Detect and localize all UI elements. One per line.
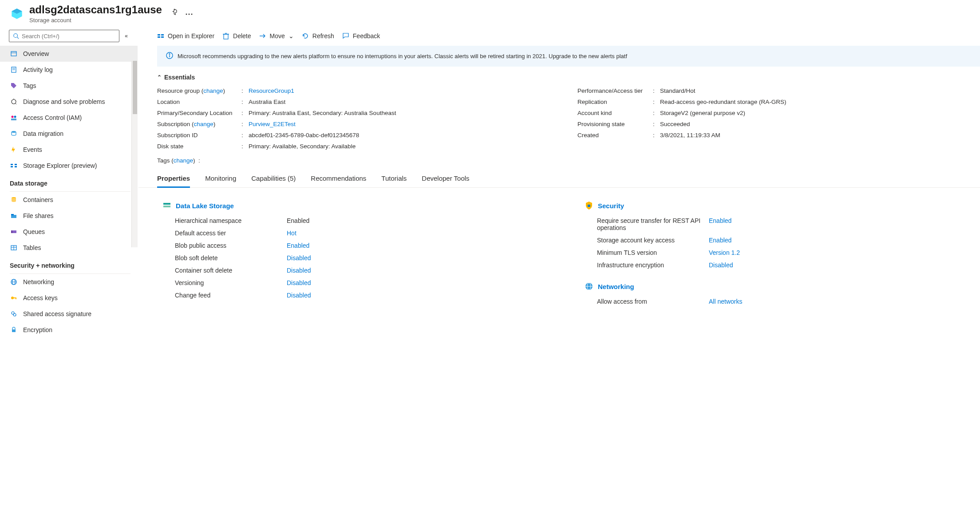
page-header: adlsg2datascans1rg1ause Storage account … (0, 0, 980, 28)
tags-change-link[interactable]: change (174, 157, 193, 164)
svg-point-35 (13, 313, 16, 316)
essentials-row: Primary/Secondary Location:Primary: Aust… (157, 107, 560, 119)
svg-rect-16 (11, 164, 13, 165)
more-icon[interactable]: ⋯ (185, 9, 193, 19)
sidebar-scrollbar[interactable] (131, 61, 138, 247)
sidebar-item-label: Overview (23, 50, 49, 57)
essentials-row: Performance/Access tier:Standard/Hot (577, 85, 980, 96)
collapse-sidebar-button[interactable]: « (123, 33, 130, 39)
property-value-link[interactable]: Disabled (287, 279, 311, 286)
property-row: Minimum TLS versionVersion 1.2 (585, 246, 980, 259)
tab-tutorials[interactable]: Tutorials (381, 171, 407, 187)
sidebar-item-label: Storage Explorer (preview) (23, 162, 97, 169)
property-section-title: Security (585, 198, 980, 214)
sidebar-item-diagnose[interactable]: Diagnose and solve problems (0, 94, 138, 110)
explorer-icon (157, 32, 164, 40)
essentials-row: Subscription (change):Purview_E2ETest (157, 119, 560, 130)
sidebar-item-explorer[interactable]: Storage Explorer (preview) (0, 158, 138, 174)
svg-rect-48 (163, 203, 170, 205)
tab-properties[interactable]: Properties (157, 171, 190, 188)
svg-rect-49 (163, 206, 170, 207)
property-row: Hierarchical namespaceEnabled (162, 214, 558, 227)
sidebar-item-label: Queues (23, 228, 45, 235)
fileshares-icon (10, 212, 18, 220)
sidebar-item-iam[interactable]: Access Control (IAM) (0, 110, 138, 126)
essentials-label: Resource group (change) (157, 87, 241, 94)
svg-rect-4 (11, 52, 16, 56)
property-row: Storage account key accessEnabled (585, 234, 980, 246)
svg-rect-33 (16, 297, 16, 299)
feedback-button[interactable]: Feedback (342, 32, 380, 40)
networking-icon (10, 278, 18, 286)
sidebar: « OverviewActivity logTagsDiagnose and s… (0, 28, 138, 531)
move-button[interactable]: Move ⌄ (259, 32, 294, 40)
tabs: PropertiesMonitoringCapabilities (5)Reco… (138, 168, 980, 188)
tab-monitoring[interactable]: Monitoring (205, 171, 236, 187)
sidebar-item-overview[interactable]: Overview (0, 46, 138, 62)
property-value-link[interactable]: Enabled (709, 237, 731, 244)
property-value-link[interactable]: All networks (709, 298, 742, 305)
property-label: Infrastructure encryption (585, 262, 709, 269)
refresh-button[interactable]: Refresh (302, 32, 334, 40)
property-value-link[interactable]: Enabled (709, 217, 731, 224)
sidebar-item-accesskeys[interactable]: Access keys (0, 290, 138, 306)
sidebar-item-label: Networking (23, 278, 54, 285)
tab-recommendations[interactable]: Recommendations (311, 171, 366, 187)
tab-capabilities-[interactable]: Capabilities (5) (251, 171, 296, 187)
sidebar-item-events[interactable]: Events (0, 142, 138, 158)
sidebar-item-label: Shared access signature (23, 310, 91, 317)
property-value-link[interactable]: Disabled (287, 267, 311, 274)
sidebar-item-label: Data migration (23, 130, 63, 137)
search-input[interactable] (9, 30, 119, 42)
tab-developer-tools[interactable]: Developer Tools (422, 171, 469, 187)
sidebar-item-fileshares[interactable]: File shares (0, 208, 138, 224)
property-value-link[interactable]: Disabled (287, 292, 311, 299)
scrollbar-thumb[interactable] (133, 61, 137, 114)
sidebar-item-activity[interactable]: Activity log (0, 62, 138, 78)
sidebar-item-queues[interactable]: Queues (0, 224, 138, 240)
essentials-row: Resource group (change):ResourceGroup1 (157, 85, 560, 96)
sidebar-item-label: Tables (23, 244, 41, 251)
essentials-toggle[interactable]: ⌃ Essentials (138, 71, 980, 85)
sidebar-item-encryption[interactable]: Encryption (0, 322, 138, 338)
essentials-value: Primary: Australia East, Secondary: Aust… (249, 110, 396, 116)
property-section-title: Networking (585, 279, 980, 295)
change-link[interactable]: change (194, 121, 213, 127)
property-value-link[interactable]: Version 1.2 (709, 249, 740, 256)
essentials-value: Primary: Available, Secondary: Available (249, 143, 356, 150)
property-value-link[interactable]: Disabled (287, 254, 311, 262)
events-icon (10, 146, 18, 154)
svg-line-11 (16, 103, 16, 104)
property-value-link[interactable]: Hot (287, 230, 296, 237)
open-in-explorer-button[interactable]: Open in Explorer (157, 32, 214, 40)
sidebar-item-tables[interactable]: Tables (0, 240, 138, 256)
sidebar-item-migration[interactable]: Data migration (0, 126, 138, 142)
sidebar-item-label: Tags (23, 82, 36, 89)
sas-icon (10, 310, 18, 318)
svg-point-13 (14, 116, 16, 118)
property-label: Change feed (162, 292, 287, 299)
command-bar: Open in Explorer Delete Move ⌄ Refresh (138, 28, 980, 46)
pin-icon[interactable] (171, 9, 178, 18)
change-link[interactable]: change (203, 87, 223, 94)
upgrade-alerts-banner[interactable]: Microsoft recommends upgrading to the ne… (157, 46, 980, 67)
sidebar-item-tags[interactable]: Tags (0, 78, 138, 94)
svg-rect-40 (161, 36, 164, 38)
essentials-value-link[interactable]: ResourceGroup1 (249, 87, 294, 94)
svg-rect-14 (11, 119, 16, 120)
sidebar-section-header[interactable]: Data storage (0, 174, 138, 190)
chevron-up-icon: ⌃ (157, 74, 162, 80)
svg-rect-37 (158, 34, 160, 36)
delete-button[interactable]: Delete (222, 32, 251, 40)
sidebar-item-sas[interactable]: Shared access signature (0, 306, 138, 322)
sidebar-section-header[interactable]: Security + networking (0, 256, 138, 272)
essentials-label: Created (577, 132, 653, 139)
essentials-value-link[interactable]: Purview_E2ETest (249, 121, 296, 127)
essentials-value: Standard/Hot (660, 87, 695, 94)
sidebar-item-containers[interactable]: Containers (0, 192, 138, 208)
sidebar-item-networking[interactable]: Networking (0, 274, 138, 290)
property-value-link[interactable]: Disabled (709, 262, 733, 269)
svg-rect-24 (11, 230, 12, 233)
property-value-link[interactable]: Enabled (287, 242, 309, 249)
essentials-row: Subscription ID:abcdef01-2345-6789-0abc-… (157, 130, 560, 141)
